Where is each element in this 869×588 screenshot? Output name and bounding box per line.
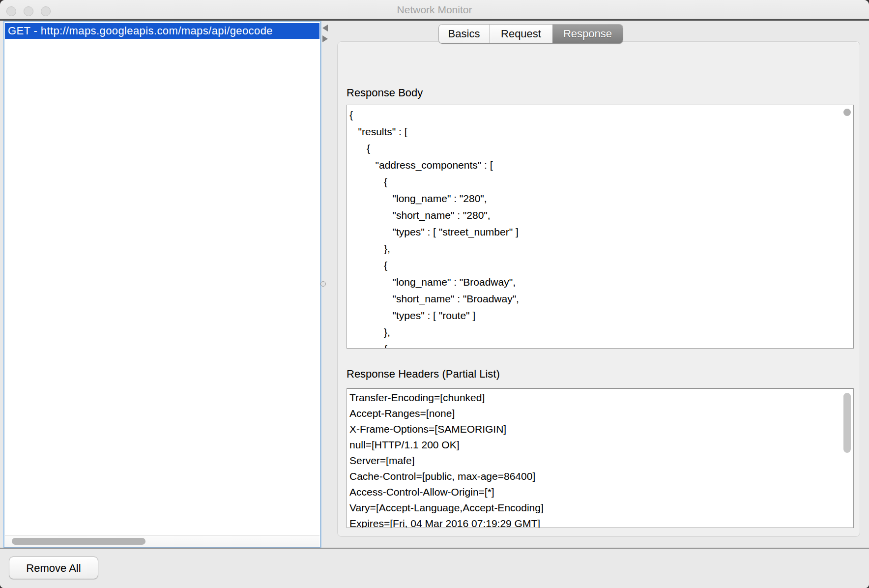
horizontal-scroll-thumb[interactable] xyxy=(12,538,145,545)
response-body-textarea[interactable]: { "results" : [ { "address_components" :… xyxy=(347,105,854,349)
window-title: Network Monitor xyxy=(0,4,869,16)
splitter-handle-icon[interactable] xyxy=(320,281,326,287)
response-body-text: { "results" : [ { "address_components" :… xyxy=(347,105,853,349)
tab-response[interactable]: Response xyxy=(552,25,623,43)
tab-bar: Basics Request Response xyxy=(439,25,623,43)
headers-scroll-thumb[interactable] xyxy=(843,393,851,453)
split-collapse-right-icon[interactable] xyxy=(322,35,328,42)
request-list-item-selected[interactable]: GET - http://maps.googleapis.com/maps/ap… xyxy=(5,23,319,39)
network-monitor-window: Network Monitor GET - http://maps.google… xyxy=(0,0,869,588)
remove-all-button[interactable]: Remove All xyxy=(9,557,98,579)
content-top-divider xyxy=(0,19,869,21)
footer-bar: Remove All xyxy=(0,549,869,588)
tab-basics[interactable]: Basics xyxy=(439,25,490,43)
title-bar: Network Monitor xyxy=(0,0,869,19)
response-body-label: Response Body xyxy=(347,87,423,99)
split-collapse-left-icon[interactable] xyxy=(322,25,328,31)
request-list[interactable]: GET - http://maps.googleapis.com/maps/ap… xyxy=(4,22,320,548)
body-scroll-thumb[interactable] xyxy=(843,109,851,116)
response-headers-text: Transfer-Encoding=[chunked] Accept-Range… xyxy=(347,389,853,528)
response-headers-textarea[interactable]: Transfer-Encoding=[chunked] Accept-Range… xyxy=(347,388,854,528)
tab-request[interactable]: Request xyxy=(490,25,552,43)
response-headers-label: Response Headers (Partial List) xyxy=(347,368,500,381)
request-list-horizontal-scrollbar[interactable] xyxy=(5,535,319,547)
